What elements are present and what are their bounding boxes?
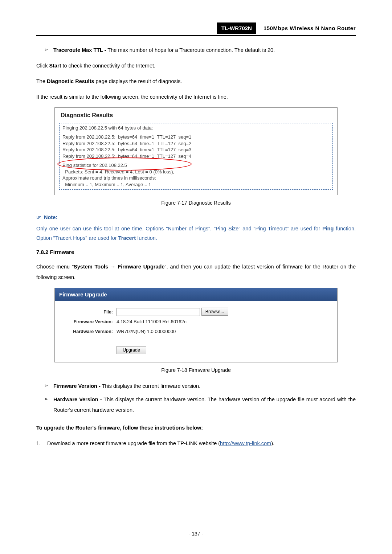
panel-title: Firmware Upgrade xyxy=(55,288,337,301)
upgrade-button[interactable]: Upgrade xyxy=(117,346,146,354)
upgrade-row: Upgrade xyxy=(55,346,337,354)
figure-caption: Figure 7-18 Firmware Upgrade xyxy=(36,366,356,374)
arrow-icon: ➢ xyxy=(44,394,48,415)
arrow-icon: ➢ xyxy=(44,381,48,391)
diagnostic-results-figure: Diagnostic Results Pinging 202.108.22.5 … xyxy=(54,107,338,195)
hv-label: Hardware Version: xyxy=(55,328,117,335)
desc: The max number of hops for a Traceroute … xyxy=(106,47,275,53)
arrow-icon: ➢ xyxy=(44,45,48,56)
diag-line: Minimum = 1, Maximum = 1, Average = 1 xyxy=(62,181,330,188)
diag-line: Packets: Sent = 4, Received = 4, Lost = … xyxy=(62,169,330,175)
paragraph: The Diagnostic Results page displays the… xyxy=(36,76,356,87)
paragraph: Choose menu "System Tools → Firmware Upg… xyxy=(36,262,356,283)
hv-value: WR702N(UN) 1.0 00000000 xyxy=(117,328,176,336)
bullet-text: Firmware Version - This displays the cur… xyxy=(53,381,356,391)
note-header: ☞ Note: xyxy=(36,213,356,222)
instructions-heading: To upgrade the Router's firmware, follow… xyxy=(36,423,356,433)
firmware-upgrade-figure: Firmware Upgrade File: Browse... Firmwar… xyxy=(54,288,338,362)
section-heading: 7.8.2 Firmware xyxy=(36,248,356,257)
page-header: TL-WR702N 150Mbps Wireless N Nano Router xyxy=(36,22,356,36)
numbered-step: 1. Download a more recent firmware upgra… xyxy=(36,438,356,449)
bullet-text: Hardware Version - This displays the cur… xyxy=(53,394,356,415)
website-link[interactable]: http://www.tp-link.com xyxy=(220,440,271,446)
diag-line: Reply from 202.108.22.5: bytes=64 time=1… xyxy=(62,134,330,140)
page-number: - 137 - xyxy=(36,530,356,538)
bullet-traceroute: ➢ Traceroute Max TTL - The max number of… xyxy=(36,45,356,56)
fv-label: Firmware Version: xyxy=(55,318,117,325)
bullet-text: Traceroute Max TTL - The max number of h… xyxy=(53,45,356,56)
fv-value: 4.18.24 Build 111009 Rel.60162n xyxy=(117,318,187,326)
diag-line: Reply from 202.108.22.5: bytes=64 time=1… xyxy=(62,153,330,160)
diag-line: Ping statistics for 202.108.22.5 xyxy=(62,162,330,169)
diag-title: Diagnostic Results xyxy=(61,111,333,120)
file-value: Browse... xyxy=(117,308,228,316)
model-badge: TL-WR702N xyxy=(217,22,256,34)
paragraph: Click Start to check the connectivity of… xyxy=(36,61,356,71)
file-input[interactable] xyxy=(117,308,200,316)
figure-caption: Figure 7-17 Diagnostic Results xyxy=(36,199,356,207)
paragraph: If the result is similar to the followin… xyxy=(36,92,356,102)
note-label: Note: xyxy=(44,213,57,222)
diag-line: Reply from 202.108.22.5: bytes=64 time=1… xyxy=(62,140,330,147)
file-row: File: Browse... xyxy=(55,308,337,316)
hardware-version-row: Hardware Version: WR702N(UN) 1.0 0000000… xyxy=(55,328,337,336)
model-desc: 150Mbps Wireless N Nano Router xyxy=(264,24,356,33)
firmware-version-row: Firmware Version: 4.18.24 Build 111009 R… xyxy=(55,318,337,326)
step-text: Download a more recent firmware upgrade … xyxy=(47,438,356,449)
bullet-hardware-version: ➢ Hardware Version - This displays the c… xyxy=(36,394,356,415)
term: Traceroute Max TTL - xyxy=(53,47,106,53)
diag-output: Pinging 202.108.22.5 with 64 bytes of da… xyxy=(59,123,333,190)
diag-line: Approximate round trip times in millisec… xyxy=(62,175,330,181)
browse-button[interactable]: Browse... xyxy=(201,308,228,316)
diag-line: Reply from 202.108.22.5: bytes=64 time=1… xyxy=(62,147,330,153)
bullet-firmware-version: ➢ Firmware Version - This displays the c… xyxy=(36,381,356,391)
hand-icon: ☞ xyxy=(36,213,41,222)
note-body: Only one user can use this tool at one t… xyxy=(36,224,356,243)
file-label: File: xyxy=(55,308,117,316)
diag-line: Pinging 202.108.22.5 with 64 bytes of da… xyxy=(62,125,330,131)
step-number: 1. xyxy=(36,438,41,449)
